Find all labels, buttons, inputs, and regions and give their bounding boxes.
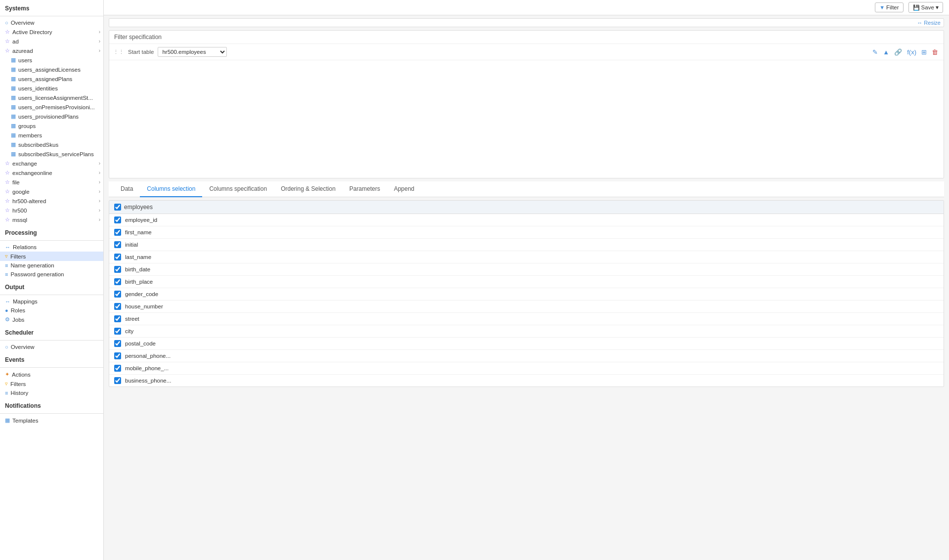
tab-parameters[interactable]: Parameters bbox=[343, 181, 387, 197]
column-checkbox-personal_phone[interactable] bbox=[114, 352, 121, 359]
column-checkbox-employee_id[interactable] bbox=[114, 216, 121, 223]
tabs-bar: DataColumns selectionColumns specificati… bbox=[109, 181, 944, 197]
sidebar-item-filters[interactable]: ▿Filters bbox=[0, 252, 103, 261]
sidebar-icon-users: ▦ bbox=[11, 57, 16, 63]
sidebar-label-overview: Overview bbox=[11, 20, 35, 26]
filter-toolbar-link[interactable]: 🔗 bbox=[893, 48, 904, 56]
column-checkbox-gender_code[interactable] bbox=[114, 291, 121, 298]
column-checkbox-mobile_phone[interactable] bbox=[114, 365, 121, 372]
tab-columns-selection[interactable]: Columns selection bbox=[140, 181, 202, 197]
sidebar-item-google[interactable]: ☆google› bbox=[0, 187, 103, 196]
sidebar-item-hr500[interactable]: ☆hr500› bbox=[0, 206, 103, 215]
sidebar-item-mssql[interactable]: ☆mssql› bbox=[0, 215, 103, 224]
sidebar-label-subscribedSkus_servicePlans: subscribedSkus_servicePlans bbox=[18, 151, 94, 157]
sidebar-item-users_licenseAssignmentSt[interactable]: ▦users_licenseAssignmentSt... bbox=[0, 93, 103, 102]
sidebar-item-users_onPremisesProvisioni[interactable]: ▦users_onPremisesProvisioni... bbox=[0, 102, 103, 112]
sidebar-item-exchangeonline[interactable]: ☆exchangeonline› bbox=[0, 168, 103, 177]
sidebar-item-users_assignedPlans[interactable]: ▦users_assignedPlans bbox=[0, 74, 103, 84]
column-name-business_phone: business_phone... bbox=[125, 378, 171, 384]
column-checkbox-street[interactable] bbox=[114, 315, 121, 322]
sidebar-item-templates[interactable]: ▦Templates bbox=[0, 416, 103, 425]
sidebar-item-password-generation[interactable]: ≡Password generation bbox=[0, 270, 103, 279]
sidebar-item-subscribedSkus_servicePlans[interactable]: ▦subscribedSkus_servicePlans bbox=[0, 149, 103, 159]
sidebar-item-relations[interactable]: ↔Relations bbox=[0, 243, 103, 252]
sidebar-item-users_assignedLicenses[interactable]: ▦users_assignedLicenses bbox=[0, 65, 103, 74]
sidebar-item-roles[interactable]: ●Roles bbox=[0, 306, 103, 315]
column-checkbox-postal_code[interactable] bbox=[114, 340, 121, 347]
sidebar-section-events: Events bbox=[0, 351, 103, 365]
sidebar-label-exchangeonline: exchangeonline bbox=[12, 170, 52, 176]
sidebar-icon-scheduler-overview: ○ bbox=[5, 344, 8, 350]
sidebar-item-history[interactable]: ≡History bbox=[0, 388, 103, 397]
filter-toolbar-expand[interactable]: ⊞ bbox=[920, 48, 928, 56]
sidebar-item-scheduler-overview[interactable]: ○Overview bbox=[0, 343, 103, 351]
table-row: street bbox=[109, 313, 944, 325]
column-checkbox-city[interactable] bbox=[114, 328, 121, 335]
sidebar-item-jobs[interactable]: ⚙Jobs bbox=[0, 315, 103, 324]
sidebar-label-users: users bbox=[18, 57, 32, 63]
column-name-city: city bbox=[125, 328, 133, 334]
sidebar-item-azuread[interactable]: ☆azuread› bbox=[0, 46, 103, 55]
sidebar-item-events-filters[interactable]: ▿Filters bbox=[0, 379, 103, 388]
sidebar-item-users[interactable]: ▦users bbox=[0, 55, 103, 65]
tab-append[interactable]: Append bbox=[387, 181, 421, 197]
sidebar-label-actions: Actions bbox=[12, 372, 31, 378]
sidebar-item-groups[interactable]: ▦groups bbox=[0, 121, 103, 130]
sidebar-section-processing: Processing bbox=[0, 224, 103, 238]
sidebar-icon-history: ≡ bbox=[5, 390, 8, 396]
filter-button[interactable]: ▼ Filter bbox=[875, 2, 903, 12]
sidebar-item-users_identities[interactable]: ▦users_identities bbox=[0, 84, 103, 93]
sidebar-item-overview[interactable]: ○Overview bbox=[0, 18, 103, 27]
column-checkbox-house_number[interactable] bbox=[114, 303, 121, 310]
table-row: personal_phone... bbox=[109, 350, 944, 362]
tab-columns-specification[interactable]: Columns specification bbox=[202, 181, 274, 197]
sidebar-item-file[interactable]: ☆file› bbox=[0, 177, 103, 187]
sidebar-item-users_provisionedPlans[interactable]: ▦users_provisionedPlans bbox=[0, 112, 103, 121]
save-label: Save ▾ bbox=[921, 4, 939, 11]
sidebar-label-history: History bbox=[10, 390, 28, 396]
column-checkbox-birth_place[interactable] bbox=[114, 278, 121, 285]
column-checkbox-initial[interactable] bbox=[114, 241, 121, 248]
main-content: ▼ Filter 💾 Save ▾ ↔ Resize Filter specif… bbox=[104, 0, 949, 560]
filter-toolbar-fn[interactable]: f(x) bbox=[906, 48, 918, 56]
column-checkbox-business_phone[interactable] bbox=[114, 377, 121, 384]
sidebar-item-members[interactable]: ▦members bbox=[0, 130, 103, 140]
filter-toolbar-edit[interactable]: ✎ bbox=[871, 48, 879, 56]
filter-row: ⋮⋮ Start table hr500.employees ✎ ▲ 🔗 f(x… bbox=[109, 44, 944, 60]
sidebar-icon-roles: ● bbox=[5, 307, 8, 313]
sidebar-icon-overview: ○ bbox=[5, 20, 8, 26]
save-button[interactable]: 💾 Save ▾ bbox=[908, 2, 943, 13]
resize-label: ↔ Resize bbox=[917, 20, 941, 26]
sidebar-item-actions[interactable]: ✦Actions bbox=[0, 370, 103, 379]
sidebar-item-name-generation[interactable]: ≡Name generation bbox=[0, 261, 103, 270]
sidebar-icon-ad: ☆ bbox=[5, 38, 10, 44]
sidebar-icon-name-generation: ≡ bbox=[5, 262, 8, 268]
sidebar-item-subscribedSkus[interactable]: ▦subscribedSkus bbox=[0, 140, 103, 149]
sidebar-item-exchange[interactable]: ☆exchange› bbox=[0, 159, 103, 168]
column-checkbox-birth_date[interactable] bbox=[114, 266, 121, 273]
resize-bar[interactable]: ↔ Resize bbox=[109, 18, 944, 27]
sidebar-item-hr500-altered[interactable]: ☆hr500-altered› bbox=[0, 196, 103, 206]
sidebar-item-ad[interactable]: ☆ad› bbox=[0, 37, 103, 46]
sidebar-divider bbox=[0, 16, 103, 16]
sidebar-icon-events-filters: ▿ bbox=[5, 381, 8, 387]
column-checkbox-last_name[interactable] bbox=[114, 254, 121, 260]
table-row: postal_code bbox=[109, 338, 944, 350]
columns-table-header-label: employees bbox=[124, 204, 153, 211]
sidebar-icon-subscribedSkus: ▦ bbox=[11, 141, 16, 148]
sidebar-divider bbox=[0, 367, 103, 368]
tab-data[interactable]: Data bbox=[114, 181, 140, 197]
sidebar-item-mappings[interactable]: ↔Mappings bbox=[0, 297, 103, 306]
sidebar-label-events-filters: Filters bbox=[10, 381, 26, 387]
tab-ordering-selection[interactable]: Ordering & Selection bbox=[274, 181, 343, 197]
start-table-select[interactable]: hr500.employees bbox=[158, 47, 227, 57]
columns-header-checkbox[interactable] bbox=[114, 204, 121, 211]
filter-toolbar-up[interactable]: ▲ bbox=[881, 48, 891, 56]
sidebar-icon-users_onPremisesProvisioni: ▦ bbox=[11, 104, 16, 110]
column-checkbox-first_name[interactable] bbox=[114, 229, 121, 236]
sidebar-item-active-directory[interactable]: ☆Active Directory› bbox=[0, 27, 103, 37]
filter-toolbar-delete[interactable]: 🗑 bbox=[930, 48, 940, 56]
sidebar-label-google: google bbox=[12, 189, 30, 195]
sidebar-divider bbox=[0, 240, 103, 241]
column-name-initial: initial bbox=[125, 242, 138, 248]
